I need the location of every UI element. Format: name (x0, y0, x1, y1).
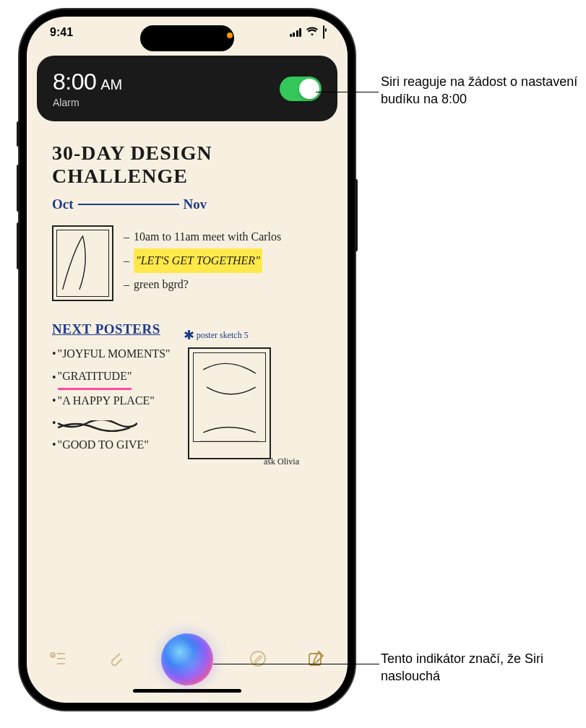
poster-item-4-scribbled (58, 417, 137, 429)
sketch-label: poster sketch 5 (197, 330, 249, 341)
note-title-line-1: 30-DAY DESIGN (52, 142, 212, 164)
microphone-indicator-dot (227, 32, 233, 38)
status-time: 9:41 (50, 26, 73, 39)
poster-item-3: "A HAPPY PLACE" (58, 390, 155, 412)
timeline-row: Oct Nov (52, 196, 332, 212)
bullet-1: 10am to 11am meet with Carlos (134, 225, 281, 248)
note-title-line-2: CHALLENGE (52, 165, 188, 187)
callout-1: Siri reaguje na žádost o nastavení budík… (381, 73, 583, 108)
home-indicator[interactable] (133, 689, 241, 693)
poster-item-1: "JOYFUL MOMENTS" (58, 343, 171, 365)
sketch-thumbnail-1 (52, 225, 113, 301)
sketch-caption: ✱ poster sketch 5 (184, 327, 249, 343)
poster-item-5: "GOOD TO GIVE" (58, 434, 149, 456)
alarm-label: Alarm (53, 97, 122, 108)
bullet-3: green bgrd? (134, 273, 189, 296)
alarm-toggle[interactable] (280, 77, 322, 101)
poster-item-2: "GRATITUDE" (58, 365, 132, 390)
callout-leader-line-2 (213, 664, 379, 664)
volume-up-button[interactable] (17, 165, 20, 212)
screen: 9:41 8:00 AM Alarm (27, 17, 348, 703)
siri-listening-indicator[interactable] (161, 633, 213, 685)
sketch-thumbnail-2 (188, 347, 271, 459)
checklist-icon[interactable] (48, 649, 67, 668)
bullet-list-1: –10am to 11am meet with Carlos –"LET'S G… (124, 225, 281, 301)
callout-2: Tento indikátor značí, že Siri naslouchá (381, 650, 583, 685)
iphone-device-frame: 9:41 8:00 AM Alarm (20, 9, 355, 710)
silent-switch[interactable] (17, 121, 20, 147)
attachment-icon[interactable] (107, 649, 126, 668)
poster-list: •"JOYFUL MOMENTS" •"GRATITUDE" •"A HAPPY… (52, 343, 171, 459)
alarm-ampm: AM (100, 77, 122, 93)
siri-alarm-response-card[interactable]: 8:00 AM Alarm (37, 56, 337, 121)
asterisk-icon: ✱ (184, 327, 194, 343)
side-button[interactable] (355, 179, 358, 251)
volume-down-button[interactable] (17, 222, 20, 269)
compose-icon[interactable] (307, 649, 326, 668)
markup-icon[interactable] (249, 649, 267, 668)
dynamic-island[interactable] (140, 25, 234, 51)
bullet-2-highlighted: "LET'S GET TOGETHER" (134, 248, 262, 273)
note-body[interactable]: 30-DAY DESIGN CHALLENGE Oct Nov –10am to… (27, 121, 348, 703)
alarm-time: 8:00 (53, 69, 96, 95)
timeline-line (78, 204, 179, 205)
note-title: 30-DAY DESIGN CHALLENGE (52, 142, 332, 188)
cellular-signal-icon (290, 28, 302, 37)
timeline-start: Oct (52, 196, 74, 212)
wifi-icon (306, 26, 319, 39)
timeline-end: Nov (184, 196, 207, 212)
callout-leader-line-1 (316, 92, 379, 92)
battery-icon (323, 26, 324, 39)
